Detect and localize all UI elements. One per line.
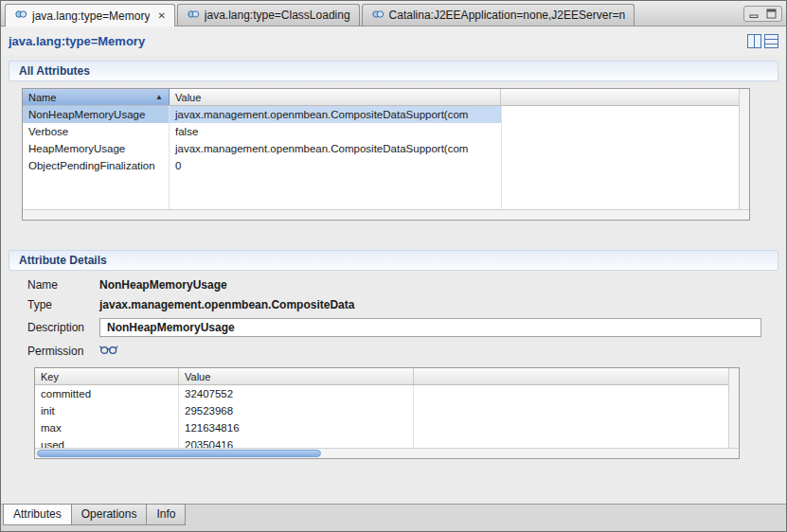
description-row: Description NonHeapMemoryUsage bbox=[22, 318, 761, 337]
column-header-name[interactable]: Name ▲ bbox=[23, 89, 170, 105]
attribute-value-cell: javax.management.openmbean.CompositeData… bbox=[170, 106, 501, 123]
permission-row: Permission bbox=[22, 344, 761, 358]
tab-label: java.lang:type=Memory bbox=[32, 9, 150, 23]
attributes-table-header: Name ▲ Value bbox=[23, 89, 749, 106]
name-value: NonHeapMemoryUsage bbox=[99, 278, 227, 292]
type-row: Type javax.management.openmbean.Composit… bbox=[22, 298, 761, 311]
empty-cell bbox=[501, 123, 749, 140]
tab-info[interactable]: Info bbox=[146, 504, 186, 525]
composite-key-table: Key Value committed 32407552 init 295239… bbox=[34, 367, 740, 459]
table-row[interactable]: NonHeapMemoryUsage javax.management.open… bbox=[23, 106, 749, 123]
horizontal-scrollbar[interactable] bbox=[23, 209, 749, 220]
mbean-explorer-window: java.lang:type=Memory ✕ java.lang:type=C… bbox=[0, 0, 787, 532]
table-row[interactable]: max 121634816 bbox=[35, 419, 739, 436]
column-divider bbox=[169, 106, 170, 220]
column-header-label: Value bbox=[175, 92, 201, 103]
minimize-icon[interactable] bbox=[749, 9, 760, 19]
view-header: java.lang:type=Memory bbox=[1, 27, 786, 55]
page-title: java.lang:type=Memory bbox=[9, 34, 145, 48]
attribute-name-cell: Verbose bbox=[23, 123, 170, 140]
permission-label: Permission bbox=[22, 345, 99, 358]
vertical-layout-icon[interactable] bbox=[747, 34, 761, 48]
attribute-value-cell: false bbox=[170, 123, 501, 140]
editor-tab-bar: java.lang:type=Memory ✕ java.lang:type=C… bbox=[1, 1, 786, 27]
key-cell: init bbox=[35, 402, 179, 419]
tab-operations[interactable]: Operations bbox=[71, 504, 148, 525]
description-label: Description bbox=[22, 321, 99, 334]
key-table-header: Key Value bbox=[35, 368, 739, 385]
tab-label: java.lang:type=ClassLoading bbox=[205, 9, 350, 22]
attribute-value-cell: javax.management.openmbean.CompositeData… bbox=[170, 140, 501, 157]
bottom-tab-bar: Attributes Operations Info bbox=[1, 504, 786, 531]
type-value: javax.management.openmbean.CompositeData bbox=[99, 298, 354, 311]
tab-memory[interactable]: java.lang:type=Memory ✕ bbox=[5, 4, 175, 27]
mbean-icon bbox=[371, 9, 385, 23]
table-row[interactable]: HeapMemoryUsage javax.management.openmbe… bbox=[23, 140, 749, 157]
value-cell: 29523968 bbox=[179, 402, 414, 419]
attributes-table: Name ▲ Value NonHeapMemoryUsage javax.ma… bbox=[22, 88, 750, 221]
horizontal-layout-icon[interactable] bbox=[764, 34, 778, 48]
all-attributes-section-header: All Attributes bbox=[9, 61, 778, 81]
name-row: Name NonHeapMemoryUsage bbox=[22, 278, 761, 292]
attribute-details-section-header: Attribute Details bbox=[9, 250, 778, 271]
attribute-name-cell: NonHeapMemoryUsage bbox=[23, 106, 170, 123]
mbean-icon bbox=[14, 9, 27, 23]
empty-cell bbox=[501, 157, 749, 174]
value-cell: 32407552 bbox=[179, 385, 414, 402]
column-header-empty bbox=[414, 368, 739, 384]
close-icon[interactable]: ✕ bbox=[157, 11, 165, 21]
glasses-icon bbox=[99, 344, 118, 358]
vertical-scrollbar[interactable] bbox=[728, 368, 739, 448]
column-header-value[interactable]: Value bbox=[170, 89, 501, 105]
attribute-name-cell: ObjectPendingFinalization bbox=[23, 157, 170, 174]
key-cell: committed bbox=[35, 385, 179, 402]
table-row[interactable]: ObjectPendingFinalization 0 bbox=[23, 157, 749, 174]
horizontal-scrollbar[interactable] bbox=[35, 448, 739, 458]
column-header-empty bbox=[501, 89, 749, 105]
column-header-key[interactable]: Key bbox=[35, 368, 179, 384]
column-divider bbox=[501, 106, 502, 220]
vertical-scrollbar[interactable] bbox=[739, 89, 749, 209]
tab-classloading[interactable]: java.lang:type=ClassLoading bbox=[177, 4, 360, 26]
key-cell: max bbox=[35, 419, 179, 436]
empty-cell bbox=[414, 402, 739, 419]
table-row[interactable]: init 29523968 bbox=[35, 402, 739, 419]
description-field[interactable]: NonHeapMemoryUsage bbox=[99, 318, 761, 337]
main-content: All Attributes Name ▲ Value NonHeapMemor… bbox=[1, 55, 786, 459]
view-window-controls bbox=[743, 6, 782, 22]
empty-cell bbox=[501, 140, 749, 157]
empty-cell bbox=[501, 106, 749, 123]
column-header-label: Value bbox=[185, 371, 210, 382]
name-label: Name bbox=[22, 278, 99, 292]
layout-toggle-group bbox=[747, 34, 778, 48]
sort-ascending-icon: ▲ bbox=[155, 93, 163, 101]
table-row[interactable]: Verbose false bbox=[23, 123, 749, 140]
tab-label: Catalina:J2EEApplication=none,J2EEServer… bbox=[389, 9, 626, 22]
value-cell: 121634816 bbox=[179, 419, 414, 436]
tab-catalina[interactable]: Catalina:J2EEApplication=none,J2EEServer… bbox=[362, 4, 635, 26]
column-header-label: Key bbox=[41, 371, 59, 382]
empty-cell bbox=[414, 419, 739, 436]
tab-attributes[interactable]: Attributes bbox=[3, 504, 72, 525]
attribute-details-form: Name NonHeapMemoryUsage Type javax.manag… bbox=[22, 278, 761, 459]
attribute-value-cell: 0 bbox=[170, 157, 501, 174]
table-row[interactable]: committed 32407552 bbox=[35, 385, 739, 402]
horizontal-scrollbar-thumb[interactable] bbox=[37, 450, 321, 457]
column-header-value[interactable]: Value bbox=[179, 368, 414, 384]
attribute-name-cell: HeapMemoryUsage bbox=[23, 140, 170, 157]
type-label: Type bbox=[22, 298, 99, 311]
empty-cell bbox=[414, 385, 739, 402]
column-header-label: Name bbox=[28, 92, 56, 103]
maximize-icon[interactable] bbox=[766, 9, 777, 19]
mbean-icon bbox=[187, 9, 200, 23]
